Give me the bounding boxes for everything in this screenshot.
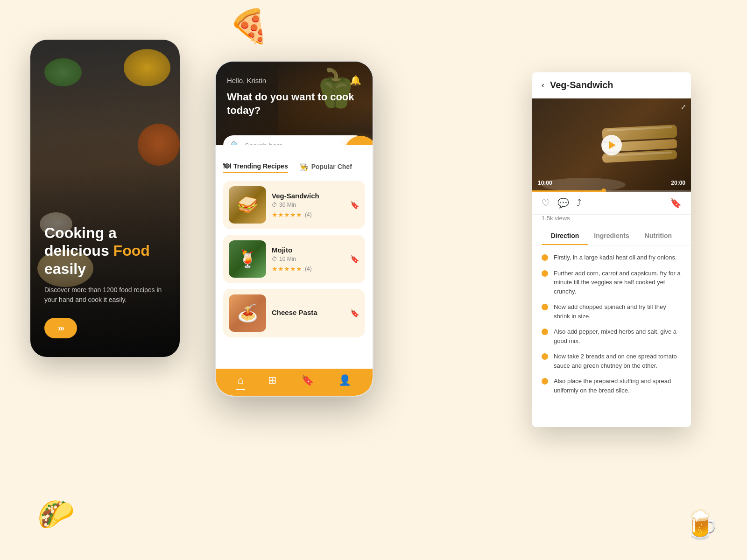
direction-text-3: Now add chopped spinach and fry till the… — [554, 302, 682, 321]
search-input[interactable]: Search here — [245, 141, 349, 145]
tab-popular-chef[interactable]: 👨‍🍳 Popular Chef — [299, 162, 352, 173]
play-button[interactable] — [601, 135, 622, 155]
direction-text-2: Further add corn, carrot and capsicum. f… — [554, 269, 682, 296]
recipe-name-sandwich: Veg-Sandwich — [272, 192, 345, 200]
stars-mojito: ★★★★★ — [272, 265, 302, 273]
nav-profile[interactable]: 👤 — [338, 374, 351, 386]
notification-bell-icon[interactable]: 🔔 — [350, 75, 361, 86]
video-progress-dot — [601, 189, 606, 192]
share-icon[interactable]: ⤴ — [577, 197, 581, 209]
expand-icon[interactable]: ⤢ — [681, 103, 686, 111]
pasta-image — [229, 294, 266, 332]
video-progress-bar[interactable] — [532, 190, 691, 192]
splash-subtitle: Discover more than 1200 food recipes in … — [44, 285, 166, 305]
header-top-bar: Hello, Kristin 🔔 — [227, 75, 361, 86]
recipe-info-pasta: Cheese Pasta — [272, 308, 345, 318]
trending-tab-icon: 🍽 — [223, 162, 231, 170]
splash-title: Cooking a delicious Food easily — [44, 224, 166, 278]
recipe-card-cheese-pasta[interactable]: Cheese Pasta 🔖 — [223, 289, 365, 337]
back-button[interactable]: ‹ — [542, 80, 544, 90]
bookmark-nav-icon: 🔖 — [301, 374, 314, 386]
bottom-navigation: ⌂ ⊞ 🔖 👤 — [216, 369, 373, 396]
recipe-day-icon: 🍽 — [357, 143, 365, 146]
recipe-time-sandwich: ⏱ 30 Min — [272, 202, 345, 208]
action-icons: ♡ 💬 ⤴ — [542, 197, 581, 209]
bookmark-pasta[interactable]: 🔖 — [350, 309, 359, 318]
views-count: 1.5k views — [532, 215, 691, 227]
profile-nav-icon: 👤 — [338, 374, 351, 386]
heart-icon[interactable]: ♡ — [542, 197, 550, 209]
direction-text-4: Also add pepper, mixed herbs and salt. g… — [554, 327, 682, 345]
clock-icon-mojito: ⏱ — [272, 256, 277, 262]
bullet-4 — [542, 329, 548, 335]
recipe-rating-mojito: ★★★★★ (4) — [272, 265, 345, 273]
tab-direction[interactable]: Direction — [542, 227, 588, 245]
detail-screen-phone: ‹ Veg-Sandwich ⤢ 10:00 20:00 ♡ 💬 — [532, 72, 691, 427]
mojito-image — [229, 240, 266, 278]
greeting-text: Hello, Kristin — [227, 77, 266, 84]
chef-tab-icon: 👨‍🍳 — [299, 162, 309, 171]
recipe-card-mojito[interactable]: Mojito ⏱ 10 Min ★★★★★ (4) 🔖 — [223, 235, 365, 283]
direction-item-1: Firstly, in a large kadai heat oil and f… — [542, 253, 682, 262]
recipe-thumbnail-pasta — [229, 294, 266, 332]
recipe-info-sandwich: Veg-Sandwich ⏱ 30 Min ★★★★★ (4) — [272, 192, 345, 218]
nav-bookmarks[interactable]: 🔖 — [301, 374, 314, 386]
pizza-decoration: 🍕 — [229, 7, 269, 45]
bullet-5 — [542, 353, 548, 360]
action-bar: ♡ 💬 ⤴ 🔖 — [532, 192, 691, 215]
bookmark-sandwich[interactable]: 🔖 — [350, 201, 359, 210]
tab-nutrition[interactable]: Nutrition — [635, 227, 682, 245]
detail-header: ‹ Veg-Sandwich — [532, 72, 691, 98]
recipe-name-pasta: Cheese Pasta — [272, 308, 345, 316]
recipe-rating-sandwich: ★★★★★ (4) — [272, 211, 345, 218]
get-started-button[interactable]: ››› — [44, 318, 77, 338]
splash-title-part3: easily — [44, 260, 86, 277]
directions-list: Firstly, in a large kadai heat oil and f… — [532, 253, 691, 401]
recipe-name-mojito: Mojito — [272, 246, 345, 254]
direction-item-2: Further add corn, carrot and capsicum. f… — [542, 269, 682, 296]
detail-recipe-title: Veg-Sandwich — [550, 80, 613, 91]
direction-item-3: Now add chopped spinach and fry till the… — [542, 302, 682, 321]
video-time-current: 10:00 — [538, 180, 552, 186]
direction-text-6: Also place the prepared stuffing and spr… — [554, 377, 682, 395]
splash-content: Cooking a delicious Food easily Discover… — [44, 224, 166, 338]
bullet-1 — [542, 254, 548, 261]
direction-item-4: Also add pepper, mixed herbs and salt. g… — [542, 327, 682, 345]
rating-count-sandwich: (4) — [305, 211, 312, 218]
splash-title-part2: delicious — [44, 242, 109, 259]
home-header: 🫑 Hello, Kristin 🔔 What do you want to c… — [216, 62, 373, 145]
save-bookmark-icon[interactable]: 🔖 — [670, 197, 682, 209]
home-nav-icon: ⌂ — [237, 374, 243, 386]
tab-ingredients[interactable]: Ingredients — [588, 227, 635, 245]
splash-title-part1: Cooking a — [44, 224, 117, 241]
bullet-3 — [542, 304, 548, 310]
video-progress-fill — [532, 190, 604, 192]
recipe-thumbnail-mojito — [229, 240, 266, 278]
video-time-total: 20:00 — [671, 180, 685, 186]
bullet-2 — [542, 270, 548, 277]
comment-icon[interactable]: 💬 — [557, 197, 569, 209]
header-question: What do you want to cook today? — [227, 91, 361, 117]
category-tabs: 🍽 Trending Recipes 👨‍🍳 Popular Chef — [223, 162, 365, 173]
rating-count-mojito: (4) — [305, 266, 312, 272]
add-nav-icon: ⊞ — [268, 374, 276, 386]
bookmark-mojito[interactable]: 🔖 — [350, 255, 359, 264]
clock-icon: ⏱ — [272, 202, 277, 208]
tab-trending-recipes[interactable]: 🍽 Trending Recipes — [223, 162, 288, 173]
time-value: 30 Min — [279, 202, 296, 208]
play-triangle-icon — [609, 141, 616, 149]
home-body: 🍽 Trending Recipes 👨‍🍳 Popular Chef Veg-… — [216, 145, 373, 345]
search-icon: 🔍 — [231, 141, 240, 145]
nav-add[interactable]: ⊞ — [268, 374, 276, 386]
recipe-detail-tabs: Direction Ingredients Nutrition — [532, 227, 691, 245]
direction-item-6: Also place the prepared stuffing and spr… — [542, 377, 682, 395]
nav-home[interactable]: ⌂ — [237, 374, 243, 386]
recipe-info-mojito: Mojito ⏱ 10 Min ★★★★★ (4) — [272, 246, 345, 273]
stars-sandwich: ★★★★★ — [272, 211, 302, 218]
direction-item-5: Now take 2 breads and on one spread toma… — [542, 352, 682, 370]
recipe-card-veg-sandwich[interactable]: Veg-Sandwich ⏱ 30 Min ★★★★★ (4) 🔖 — [223, 181, 365, 229]
bullet-6 — [542, 378, 548, 385]
direction-text-5: Now take 2 breads and on one spread toma… — [554, 352, 682, 370]
trending-tab-label: Trending Recipes — [233, 162, 288, 170]
video-player[interactable]: ⤢ 10:00 20:00 — [532, 98, 691, 192]
